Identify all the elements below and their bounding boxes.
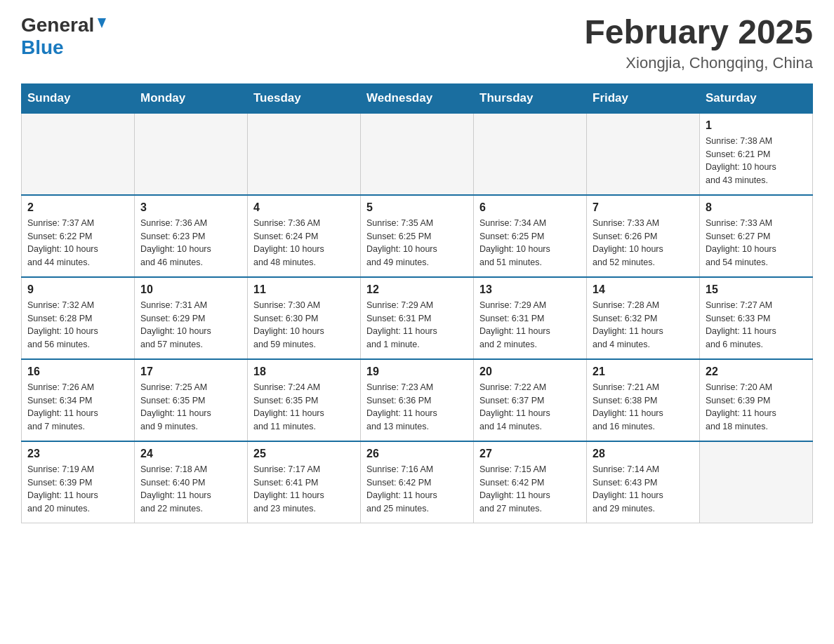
day-info-text: Sunrise: 7:16 AM Sunset: 6:42 PM Dayligh… (366, 463, 468, 516)
day-number: 16 (27, 365, 128, 378)
day-of-week-header: Thursday (474, 83, 587, 113)
svg-marker-0 (98, 18, 106, 28)
day-number: 27 (479, 448, 581, 460)
day-info-text: Sunrise: 7:32 AM Sunset: 6:28 PM Dayligh… (27, 299, 128, 351)
day-info-text: Sunrise: 7:21 AM Sunset: 6:38 PM Dayligh… (593, 381, 694, 434)
logo-general-text: General (21, 14, 94, 36)
day-of-week-header: Friday (587, 83, 700, 113)
day-info-text: Sunrise: 7:38 AM Sunset: 6:21 PM Dayligh… (706, 135, 807, 187)
calendar-header-row: SundayMondayTuesdayWednesdayThursdayFrid… (22, 83, 813, 113)
page-header: General Blue February 2025 Xiongjia, Cho… (21, 14, 813, 72)
day-number: 17 (140, 365, 241, 378)
day-info-text: Sunrise: 7:19 AM Sunset: 6:39 PM Dayligh… (27, 463, 128, 516)
day-info-text: Sunrise: 7:23 AM Sunset: 6:36 PM Dayligh… (366, 381, 468, 434)
calendar-week-row: 16Sunrise: 7:26 AM Sunset: 6:34 PM Dayli… (22, 359, 813, 441)
calendar-day-cell: 1Sunrise: 7:38 AM Sunset: 6:21 PM Daylig… (700, 113, 813, 195)
calendar-day-cell (587, 113, 700, 195)
calendar-day-cell: 16Sunrise: 7:26 AM Sunset: 6:34 PM Dayli… (22, 359, 135, 441)
logo-blue-text: Blue (21, 36, 64, 58)
day-number: 18 (253, 365, 355, 378)
calendar-day-cell: 2Sunrise: 7:37 AM Sunset: 6:22 PM Daylig… (22, 195, 135, 277)
calendar-day-cell: 12Sunrise: 7:29 AM Sunset: 6:31 PM Dayli… (361, 277, 474, 359)
day-info-text: Sunrise: 7:22 AM Sunset: 6:37 PM Dayligh… (479, 381, 581, 434)
day-info-text: Sunrise: 7:18 AM Sunset: 6:40 PM Dayligh… (140, 463, 241, 516)
day-number: 19 (366, 365, 468, 378)
day-info-text: Sunrise: 7:27 AM Sunset: 6:33 PM Dayligh… (706, 299, 807, 351)
day-info-text: Sunrise: 7:36 AM Sunset: 6:23 PM Dayligh… (140, 217, 241, 269)
day-info-text: Sunrise: 7:15 AM Sunset: 6:42 PM Dayligh… (479, 463, 581, 516)
calendar-day-cell (22, 113, 135, 195)
day-number: 7 (593, 201, 694, 214)
calendar-day-cell: 24Sunrise: 7:18 AM Sunset: 6:40 PM Dayli… (135, 441, 248, 523)
calendar-day-cell (135, 113, 248, 195)
calendar-day-cell: 14Sunrise: 7:28 AM Sunset: 6:32 PM Dayli… (587, 277, 700, 359)
calendar-day-cell: 11Sunrise: 7:30 AM Sunset: 6:30 PM Dayli… (248, 277, 361, 359)
day-number: 24 (140, 448, 241, 460)
day-info-text: Sunrise: 7:34 AM Sunset: 6:25 PM Dayligh… (479, 217, 581, 269)
day-info-text: Sunrise: 7:26 AM Sunset: 6:34 PM Dayligh… (27, 381, 128, 434)
day-of-week-header: Saturday (700, 83, 813, 113)
calendar-day-cell: 7Sunrise: 7:33 AM Sunset: 6:26 PM Daylig… (587, 195, 700, 277)
day-info-text: Sunrise: 7:30 AM Sunset: 6:30 PM Dayligh… (253, 299, 355, 351)
day-number: 10 (140, 283, 241, 296)
day-number: 13 (479, 283, 581, 296)
calendar-day-cell: 22Sunrise: 7:20 AM Sunset: 6:39 PM Dayli… (700, 359, 813, 441)
day-number: 4 (253, 201, 355, 214)
day-info-text: Sunrise: 7:28 AM Sunset: 6:32 PM Dayligh… (593, 299, 694, 351)
calendar-day-cell: 26Sunrise: 7:16 AM Sunset: 6:42 PM Dayli… (361, 441, 474, 523)
logo: General Blue (21, 14, 108, 59)
day-number: 1 (706, 119, 807, 132)
calendar-day-cell: 21Sunrise: 7:21 AM Sunset: 6:38 PM Dayli… (587, 359, 700, 441)
logo-triangle-icon (95, 17, 108, 32)
day-info-text: Sunrise: 7:20 AM Sunset: 6:39 PM Dayligh… (706, 381, 807, 434)
day-number: 26 (366, 448, 468, 460)
calendar-day-cell: 5Sunrise: 7:35 AM Sunset: 6:25 PM Daylig… (361, 195, 474, 277)
calendar-day-cell: 23Sunrise: 7:19 AM Sunset: 6:39 PM Dayli… (22, 441, 135, 523)
day-info-text: Sunrise: 7:24 AM Sunset: 6:35 PM Dayligh… (253, 381, 355, 434)
calendar-subtitle: Xiongjia, Chongqing, China (584, 54, 813, 72)
day-number: 6 (479, 201, 581, 214)
calendar-day-cell: 28Sunrise: 7:14 AM Sunset: 6:43 PM Dayli… (587, 441, 700, 523)
day-info-text: Sunrise: 7:33 AM Sunset: 6:26 PM Dayligh… (593, 217, 694, 269)
day-number: 25 (253, 448, 355, 460)
day-number: 3 (140, 201, 241, 214)
calendar-day-cell: 8Sunrise: 7:33 AM Sunset: 6:27 PM Daylig… (700, 195, 813, 277)
calendar-day-cell (474, 113, 587, 195)
day-info-text: Sunrise: 7:33 AM Sunset: 6:27 PM Dayligh… (706, 217, 807, 269)
day-number: 2 (27, 201, 128, 214)
calendar-day-cell: 9Sunrise: 7:32 AM Sunset: 6:28 PM Daylig… (22, 277, 135, 359)
calendar-week-row: 23Sunrise: 7:19 AM Sunset: 6:39 PM Dayli… (22, 441, 813, 523)
calendar-week-row: 2Sunrise: 7:37 AM Sunset: 6:22 PM Daylig… (22, 195, 813, 277)
calendar-day-cell: 4Sunrise: 7:36 AM Sunset: 6:24 PM Daylig… (248, 195, 361, 277)
day-number: 14 (593, 283, 694, 296)
day-of-week-header: Sunday (22, 83, 135, 113)
day-number: 23 (27, 448, 128, 460)
calendar-day-cell: 10Sunrise: 7:31 AM Sunset: 6:29 PM Dayli… (135, 277, 248, 359)
calendar-day-cell (361, 113, 474, 195)
day-number: 20 (479, 365, 581, 378)
day-number: 9 (27, 283, 128, 296)
day-number: 12 (366, 283, 468, 296)
day-number: 8 (706, 201, 807, 214)
calendar-day-cell: 20Sunrise: 7:22 AM Sunset: 6:37 PM Dayli… (474, 359, 587, 441)
calendar-title: February 2025 (584, 14, 813, 51)
title-block: February 2025 Xiongjia, Chongqing, China (584, 14, 813, 72)
calendar-day-cell: 19Sunrise: 7:23 AM Sunset: 6:36 PM Dayli… (361, 359, 474, 441)
calendar-day-cell: 25Sunrise: 7:17 AM Sunset: 6:41 PM Dayli… (248, 441, 361, 523)
day-info-text: Sunrise: 7:17 AM Sunset: 6:41 PM Dayligh… (253, 463, 355, 516)
calendar-day-cell: 13Sunrise: 7:29 AM Sunset: 6:31 PM Dayli… (474, 277, 587, 359)
day-info-text: Sunrise: 7:29 AM Sunset: 6:31 PM Dayligh… (479, 299, 581, 351)
calendar-week-row: 1Sunrise: 7:38 AM Sunset: 6:21 PM Daylig… (22, 113, 813, 195)
day-number: 21 (593, 365, 694, 378)
calendar-day-cell (700, 441, 813, 523)
day-info-text: Sunrise: 7:14 AM Sunset: 6:43 PM Dayligh… (593, 463, 694, 516)
day-info-text: Sunrise: 7:31 AM Sunset: 6:29 PM Dayligh… (140, 299, 241, 351)
day-of-week-header: Wednesday (361, 83, 474, 113)
day-info-text: Sunrise: 7:29 AM Sunset: 6:31 PM Dayligh… (366, 299, 468, 351)
day-info-text: Sunrise: 7:35 AM Sunset: 6:25 PM Dayligh… (366, 217, 468, 269)
calendar-day-cell: 27Sunrise: 7:15 AM Sunset: 6:42 PM Dayli… (474, 441, 587, 523)
day-of-week-header: Tuesday (248, 83, 361, 113)
day-info-text: Sunrise: 7:36 AM Sunset: 6:24 PM Dayligh… (253, 217, 355, 269)
calendar-day-cell: 18Sunrise: 7:24 AM Sunset: 6:35 PM Dayli… (248, 359, 361, 441)
day-number: 5 (366, 201, 468, 214)
